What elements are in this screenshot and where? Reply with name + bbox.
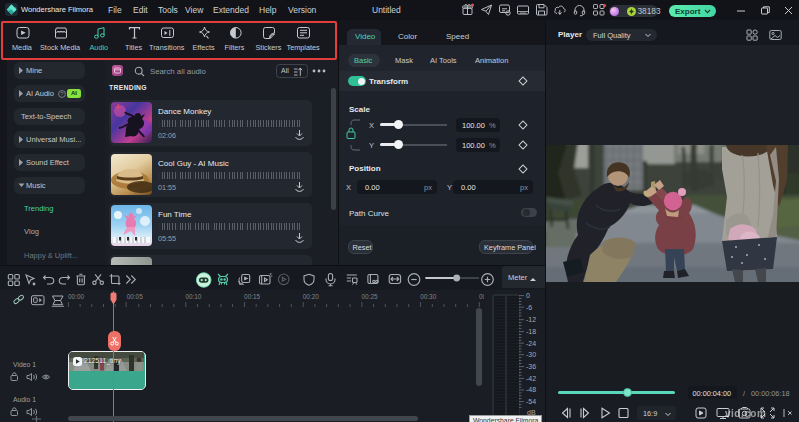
svg-text:0: 0 <box>526 292 530 299</box>
svg-text:-42: -42 <box>526 375 536 382</box>
svg-text:00:15: 00:15 <box>244 293 260 300</box>
svg-text:-48: -48 <box>526 386 536 393</box>
svg-text:00:20: 00:20 <box>303 293 319 300</box>
svg-text:00:00: 00:00 <box>68 293 84 300</box>
svg-text:-18: -18 <box>526 328 536 335</box>
svg-text:-30: -30 <box>526 351 536 358</box>
svg-text:-6: -6 <box>526 304 532 311</box>
svg-text:00:05: 00:05 <box>127 293 143 300</box>
svg-text:-36: -36 <box>526 363 536 370</box>
svg-text:-12: -12 <box>526 316 536 323</box>
svg-text:-54: -54 <box>526 398 536 405</box>
svg-text:00:25: 00:25 <box>362 293 378 300</box>
svg-text:00:10: 00:10 <box>185 293 201 300</box>
svg-text:00:30: 00:30 <box>420 293 436 300</box>
svg-text:-24: -24 <box>526 340 536 347</box>
svg-text:?: ? <box>61 90 64 96</box>
